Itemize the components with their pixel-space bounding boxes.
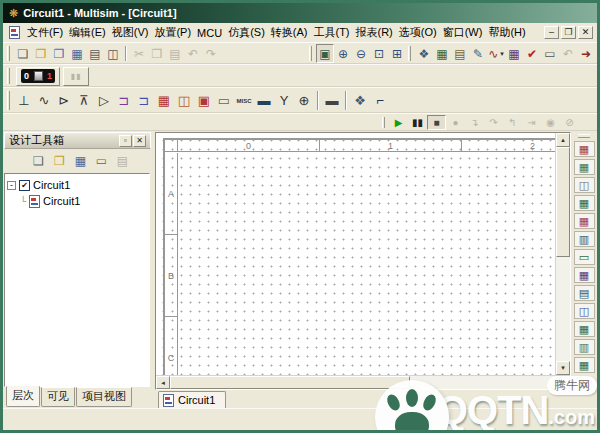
full-page-view-button[interactable]: ▣ xyxy=(316,44,334,63)
toolbar-grip[interactable] xyxy=(7,91,10,110)
toolbar-grip[interactable] xyxy=(408,46,411,61)
mdi-close-button[interactable]: ✕ xyxy=(578,26,593,39)
tree-child-row[interactable]: └ Circuit1 xyxy=(7,193,147,209)
tree-root-row[interactable]: - ✔ Circuit1 xyxy=(7,177,147,193)
vertical-scrollbar[interactable]: ▴ ▾ xyxy=(555,133,570,375)
new-button[interactable]: ❏ xyxy=(14,44,32,63)
iv-analyzer-button[interactable]: ▦ xyxy=(574,321,595,337)
forward-annotate-button[interactable]: ➜ xyxy=(577,44,595,63)
mdi-minimize-button[interactable]: – xyxy=(544,26,559,39)
scroll-down-button[interactable]: ▾ xyxy=(556,361,570,375)
stop-simulation-button[interactable]: ■ xyxy=(427,115,446,130)
design-toolbox-toggle-button[interactable]: ❖ xyxy=(415,44,433,63)
scroll-track[interactable] xyxy=(556,257,570,361)
toolbox-tab-project-view[interactable]: 项目视图 xyxy=(76,387,132,407)
back-annotate-button[interactable]: ↶ xyxy=(559,44,577,63)
place-ttl-button[interactable]: ⊐ xyxy=(114,90,134,112)
place-misc-button[interactable]: MISC xyxy=(234,90,254,112)
step-over-button[interactable]: ↷ xyxy=(484,115,503,130)
zoom-out-button[interactable]: ⊖ xyxy=(352,44,370,63)
menu-view[interactable]: 视图(V) xyxy=(109,23,152,42)
scroll-left-button[interactable]: ◂ xyxy=(156,376,170,389)
print-button[interactable]: ▤ xyxy=(86,44,104,63)
menu-window[interactable]: 窗口(W) xyxy=(440,23,486,42)
menu-place[interactable]: 放置(P) xyxy=(151,23,194,42)
place-analog-button[interactable]: ▷ xyxy=(94,90,114,112)
place-hierarchical-block-button[interactable]: ❖ xyxy=(350,90,370,112)
toolbar-grip[interactable] xyxy=(309,46,312,61)
zoom-full-button[interactable]: ⊞ xyxy=(388,44,406,63)
zoom-area-button[interactable]: ⊡ xyxy=(370,44,388,63)
menu-options[interactable]: 选项(O) xyxy=(396,23,440,42)
place-basic-button[interactable]: ∿ xyxy=(34,90,54,112)
bode-plotter-button[interactable]: ▥ xyxy=(574,231,595,247)
multimeter-button[interactable]: ▦ xyxy=(574,141,595,157)
place-bus-button[interactable]: ⌐ xyxy=(370,90,390,112)
logic-converter-button[interactable]: ◫ xyxy=(574,303,595,319)
toolbox-close-button[interactable]: ✕ xyxy=(133,135,146,147)
paste-button[interactable]: ▤ xyxy=(166,44,184,63)
open-sample-button[interactable]: ❐ xyxy=(50,44,68,63)
toolbox-new-button[interactable]: ❏ xyxy=(28,151,49,171)
four-channel-oscilloscope-button[interactable]: ▦ xyxy=(574,213,595,229)
toolbox-tab-hierarchy[interactable]: 层次 xyxy=(6,386,40,407)
undo-button[interactable]: ↶ xyxy=(184,44,202,63)
menu-file[interactable]: 文件(F) xyxy=(24,23,66,42)
place-rf-button[interactable]: Y xyxy=(274,90,294,112)
toolbar-grip[interactable] xyxy=(7,46,10,61)
scroll-up-button[interactable]: ▴ xyxy=(556,133,570,147)
place-cmos-button[interactable]: ⊐ xyxy=(134,90,154,112)
record-button[interactable]: ● xyxy=(446,115,465,130)
postprocessor-button[interactable]: ▦ xyxy=(505,44,523,63)
frequency-counter-button[interactable]: ▭ xyxy=(574,249,595,265)
cut-button[interactable]: ✂ xyxy=(130,44,148,63)
menu-tools[interactable]: 工具(T) xyxy=(310,23,352,42)
tree-collapse-toggle[interactable]: - xyxy=(7,181,16,190)
spreadsheet-view-button[interactable]: ▦ xyxy=(433,44,451,63)
menu-help[interactable]: 帮助(H) xyxy=(485,23,528,42)
place-diode-button[interactable]: ⊳ xyxy=(54,90,74,112)
place-electromechanical-button[interactable]: ⊕ xyxy=(294,90,314,112)
toggle-breakpoint-button[interactable]: ◉ xyxy=(541,115,560,130)
vertical-scroll-thumb[interactable] xyxy=(556,147,570,257)
wattmeter-button[interactable]: ◫ xyxy=(574,177,595,193)
place-transistor-button[interactable]: ⊼ xyxy=(74,90,94,112)
redo-button[interactable]: ↷ xyxy=(202,44,220,63)
pause-switch-button[interactable]: ▮▮ xyxy=(63,67,89,86)
schematic-canvas[interactable]: 012 ABC xyxy=(156,133,555,375)
menu-transfer[interactable]: 转换(A) xyxy=(268,23,311,42)
design-toolbox-header[interactable]: 设计工具箱 ▫✕ xyxy=(4,132,151,149)
function-generator-button[interactable]: ▦ xyxy=(574,159,595,175)
place-power-button[interactable]: ▭ xyxy=(214,90,234,112)
remove-breakpoints-button[interactable]: ⊘ xyxy=(560,115,579,130)
create-component-button[interactable]: ✎ xyxy=(469,44,487,63)
pause-simulation-button[interactable]: ▮▮ xyxy=(408,115,427,130)
step-out-button[interactable]: ↰ xyxy=(503,115,522,130)
grapher-button[interactable]: ∿ xyxy=(487,44,505,63)
toolbox-save-button[interactable]: ▦ xyxy=(70,151,91,171)
place-misc-digital-button[interactable]: ▦ xyxy=(154,90,174,112)
menu-reports[interactable]: 报表(R) xyxy=(353,23,396,42)
toolbar-grip[interactable] xyxy=(7,68,10,84)
word-generator-button[interactable]: ▦ xyxy=(574,267,595,283)
menu-mcu[interactable]: MCU xyxy=(194,25,225,41)
step-into-button[interactable]: ↴ xyxy=(465,115,484,130)
menu-edit[interactable]: 编辑(E) xyxy=(66,23,109,42)
place-ni-component-button[interactable]: ▬ xyxy=(322,90,342,112)
menu-simulate[interactable]: 仿真(S) xyxy=(225,23,268,42)
sheet-tab-circuit1[interactable]: Circuit1 xyxy=(158,391,226,408)
logic-analyzer-button[interactable]: ▤ xyxy=(574,285,595,301)
run-to-cursor-button[interactable]: ⇥ xyxy=(522,115,541,130)
toolbar-grip[interactable] xyxy=(382,117,385,128)
simulation-run-switch[interactable]: 0 1 xyxy=(16,67,60,86)
toolbox-tab-visibility[interactable]: 可见 xyxy=(41,387,75,407)
mdi-restore-button[interactable]: ❐ xyxy=(561,26,576,39)
place-mixed-button[interactable]: ◫ xyxy=(174,90,194,112)
erc-button[interactable]: ✔ xyxy=(523,44,541,63)
toolbox-open-button[interactable]: ❐ xyxy=(49,151,70,171)
capture-area-button[interactable]: ▭ xyxy=(541,44,559,63)
toolbox-dock-button[interactable]: ▫ xyxy=(119,135,132,147)
spectrum-analyzer-button[interactable]: ▦ xyxy=(574,357,595,373)
database-manager-button[interactable]: ▤ xyxy=(451,44,469,63)
toolbar-grip[interactable] xyxy=(578,134,590,138)
